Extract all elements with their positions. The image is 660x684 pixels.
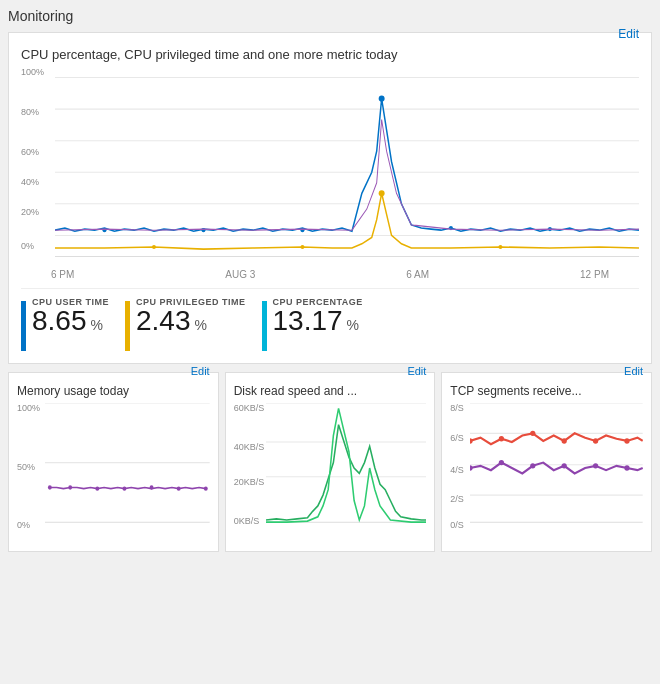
metric-cpu-pct-value: 13.17 xyxy=(273,305,343,336)
svg-point-15 xyxy=(379,190,385,196)
disk-edit[interactable]: Edit xyxy=(407,365,426,377)
svg-point-40 xyxy=(593,438,598,443)
tcp-panel-title: TCP segments receive... xyxy=(450,384,581,398)
svg-point-13 xyxy=(152,245,156,249)
memory-chart-svg xyxy=(45,403,210,533)
svg-point-24 xyxy=(150,485,154,489)
svg-point-46 xyxy=(593,463,598,468)
tcp-chart-area: 8/S 6/S 4/S 2/S 0/S xyxy=(450,403,643,533)
svg-point-36 xyxy=(470,438,473,443)
svg-point-38 xyxy=(531,431,536,436)
svg-point-16 xyxy=(498,245,502,249)
chart-x-labels: 6 PM AUG 3 6 AM 12 PM xyxy=(21,267,639,280)
metric-cpu-priv: CPU PRIVILEGED TIME 2.43 % xyxy=(125,297,246,351)
disk-panel-title: Disk read speed and ... xyxy=(234,384,357,398)
svg-point-39 xyxy=(562,438,567,443)
svg-point-20 xyxy=(48,485,52,489)
metric-bar-cyan xyxy=(262,301,267,351)
page-container: Monitoring CPU percentage, CPU privilege… xyxy=(0,0,660,560)
tcp-edit[interactable]: Edit xyxy=(624,365,643,377)
svg-point-21 xyxy=(68,485,72,489)
svg-point-47 xyxy=(625,465,630,470)
svg-point-14 xyxy=(300,245,304,249)
svg-point-23 xyxy=(122,486,126,490)
tcp-panel: TCP segments receive... Edit 8/S 6/S 4/S… xyxy=(441,372,652,552)
svg-point-44 xyxy=(531,463,536,468)
svg-point-37 xyxy=(499,436,504,441)
disk-chart-area: 60KB/S 40KB/S 20KB/S 0KB/S xyxy=(234,403,427,533)
memory-panel-title: Memory usage today xyxy=(17,384,129,398)
memory-chart-area: 100% 50% 0% xyxy=(17,403,210,533)
page-title: Monitoring xyxy=(8,8,652,24)
metric-cpu-user-value: 8.65 xyxy=(32,305,87,336)
svg-point-10 xyxy=(379,95,385,101)
metric-cpu-user: CPU USER TIME 8.65 % xyxy=(21,297,109,351)
disk-panel: Disk read speed and ... Edit 60KB/S 40KB… xyxy=(225,372,436,552)
small-panels-row: Memory usage today Edit 100% 50% 0% xyxy=(8,372,652,552)
svg-point-43 xyxy=(499,460,504,465)
metric-cpu-priv-value: 2.43 xyxy=(136,305,191,336)
svg-point-42 xyxy=(470,465,473,470)
main-chart-svg xyxy=(55,67,639,267)
main-chart-panel: CPU percentage, CPU privileged time and … xyxy=(8,32,652,364)
main-chart-title: CPU percentage, CPU privileged time and … xyxy=(21,47,397,62)
metric-bar-yellow xyxy=(125,301,130,351)
svg-point-25 xyxy=(177,486,181,490)
metrics-row: CPU USER TIME 8.65 % CPU PRIVILEGED TIME… xyxy=(21,288,639,351)
svg-point-22 xyxy=(95,486,99,490)
main-chart-edit[interactable]: Edit xyxy=(618,27,639,41)
disk-chart-svg xyxy=(266,403,427,533)
svg-point-45 xyxy=(562,463,567,468)
metric-cpu-pct: CPU PERCENTAGE 13.17 % xyxy=(262,297,363,351)
memory-edit[interactable]: Edit xyxy=(191,365,210,377)
tcp-chart-svg xyxy=(470,403,643,533)
svg-point-41 xyxy=(625,438,630,443)
main-chart-area: 100% 80% 60% 40% 20% 0% xyxy=(21,67,639,267)
memory-panel: Memory usage today Edit 100% 50% 0% xyxy=(8,372,219,552)
svg-point-26 xyxy=(204,486,208,490)
metric-bar-blue xyxy=(21,301,26,351)
